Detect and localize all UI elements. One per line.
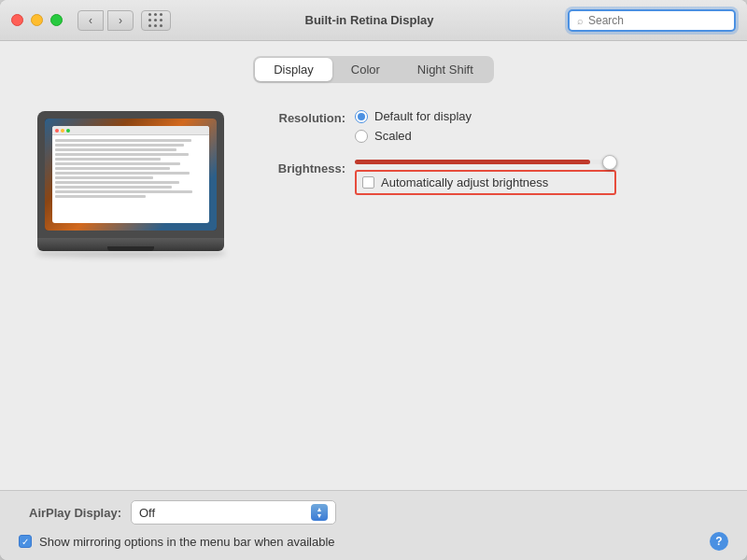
back-button[interactable]: ‹ [78, 10, 104, 31]
brightness-slider-track[interactable] [355, 160, 616, 164]
radio-inner-dot [358, 113, 365, 120]
resolution-default-label: Default for display [374, 109, 472, 123]
brightness-label: Brightness: [252, 160, 345, 175]
screen-win-body [52, 135, 209, 203]
back-icon: ‹ [89, 14, 92, 27]
screen-window [52, 126, 209, 223]
airplay-label: AirPlay Display: [19, 506, 121, 520]
screen-text-line [55, 186, 172, 189]
laptop-base [37, 238, 224, 251]
laptop-screen [45, 119, 217, 231]
screen-text-line [55, 153, 189, 156]
tabs-area: Display Color Night Shift [0, 41, 747, 83]
screen-text-line [55, 195, 146, 198]
search-box[interactable]: ⌕ [568, 9, 736, 32]
brightness-slider-thumb[interactable] [602, 155, 617, 170]
auto-brightness-box: Automatically adjust brightness [355, 170, 616, 195]
screen-text-line [55, 139, 191, 142]
tabs-container: Display Color Night Shift [253, 56, 494, 83]
close-button[interactable] [11, 14, 23, 26]
titlebar: ‹ › Built-in Retina Display ⌕ [0, 0, 747, 41]
screen-text-line [55, 162, 180, 165]
apps-grid-icon [148, 13, 163, 28]
auto-brightness-checkbox[interactable] [362, 176, 374, 189]
sw-max-dot [66, 129, 70, 133]
screen-text-line [55, 181, 179, 184]
mirror-row: ✓ Show mirroring options in the menu bar… [19, 535, 335, 549]
airplay-dropdown[interactable]: Off ▲ ▼ [131, 500, 336, 525]
minimize-button[interactable] [31, 14, 43, 26]
brightness-row: Brightness: Automatically adjust brightn… [252, 160, 719, 195]
sw-close-dot [55, 129, 59, 133]
arrow-up-icon: ▲ [317, 506, 323, 512]
sw-min-dot [61, 129, 64, 133]
forward-icon: › [119, 14, 122, 27]
auto-brightness-label: Automatically adjust brightness [381, 175, 548, 189]
resolution-row: Resolution: Default for display Scaled [252, 109, 719, 143]
screen-text-line [55, 144, 184, 147]
brightness-slider-row [355, 160, 616, 164]
brightness-slider-fill [355, 160, 590, 164]
resolution-scaled-radio[interactable] [355, 130, 368, 143]
arrow-down-icon: ▼ [317, 512, 323, 519]
maximize-button[interactable] [50, 14, 63, 26]
mirror-checkbox[interactable]: ✓ [19, 535, 32, 548]
mirror-label: Show mirroring options in the menu bar w… [39, 535, 335, 549]
tab-display[interactable]: Display [255, 58, 332, 81]
forward-button[interactable]: › [107, 10, 134, 31]
brightness-controls: Automatically adjust brightness [355, 160, 616, 195]
resolution-controls: Default for display Scaled [355, 109, 472, 143]
tab-color[interactable]: Color [332, 58, 399, 81]
resolution-label: Resolution: [252, 109, 345, 125]
window-title: Built-in Retina Display [171, 13, 568, 27]
screen-text-line [55, 148, 176, 151]
screen-content [45, 119, 217, 231]
laptop-illustration [28, 102, 233, 471]
screen-text-line [55, 190, 192, 193]
laptop-body [37, 111, 224, 238]
content-area: Display Color Night Shift [0, 41, 747, 490]
dropdown-arrow-icon: ▲ ▼ [311, 504, 328, 521]
screen-text-line [55, 176, 153, 179]
laptop-shadow [37, 251, 224, 257]
main-panel: Resolution: Default for display Scaled [0, 83, 747, 490]
screen-text-line [55, 158, 161, 161]
mirror-row-container: ✓ Show mirroring options in the menu bar… [19, 532, 728, 551]
airplay-dropdown-value: Off [139, 506, 155, 520]
bottom-bar: AirPlay Display: Off ▲ ▼ ✓ Show mirrorin… [0, 490, 747, 560]
settings-window: ‹ › Built-in Retina Display ⌕ Display Co… [0, 0, 747, 560]
tab-nightshift[interactable]: Night Shift [399, 58, 492, 81]
help-icon: ? [715, 535, 722, 548]
traffic-lights [11, 14, 63, 26]
resolution-scaled-option[interactable]: Scaled [355, 129, 472, 143]
apps-button[interactable] [141, 10, 171, 31]
search-icon: ⌕ [577, 15, 584, 26]
checkmark-icon: ✓ [21, 537, 29, 547]
screen-win-titlebar [52, 126, 209, 135]
help-button[interactable]: ? [710, 532, 728, 551]
screen-text-line [55, 172, 190, 175]
resolution-scaled-label: Scaled [374, 129, 412, 143]
settings-area: Resolution: Default for display Scaled [252, 102, 719, 471]
laptop-wrapper [37, 111, 224, 257]
search-input[interactable] [588, 14, 726, 27]
resolution-default-radio[interactable] [355, 110, 368, 123]
resolution-default-option[interactable]: Default for display [355, 109, 472, 123]
nav-buttons: ‹ › [78, 10, 134, 31]
screen-text-line [55, 167, 170, 170]
airplay-row: AirPlay Display: Off ▲ ▼ [19, 500, 728, 525]
